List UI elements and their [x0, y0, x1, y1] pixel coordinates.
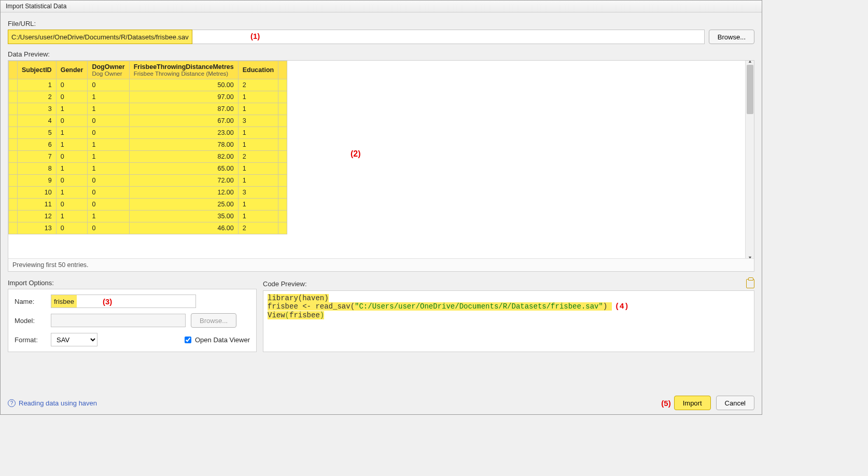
import-button[interactable]: Import: [674, 396, 711, 410]
scroll-down-arrow[interactable]: ▼: [746, 254, 754, 258]
annotation-4: (4): [615, 302, 629, 311]
cell-rightcap: [278, 151, 287, 163]
cell-gender: 1: [56, 211, 88, 222]
datapreview-label: Data Preview:: [8, 50, 754, 58]
col-gender[interactable]: Gender: [56, 61, 88, 79]
scroll-thumb[interactable]: [747, 65, 753, 114]
open-data-viewer-input[interactable]: [185, 337, 191, 343]
cell-rightcap: [278, 211, 287, 222]
col-dogowner[interactable]: DogOwnerDog Owner: [88, 61, 129, 79]
cell-gender: 0: [56, 175, 88, 187]
cell-dogowner: 0: [88, 79, 129, 91]
scroll-up-arrow[interactable]: ▲: [746, 61, 754, 65]
cell-subjectid: 7: [18, 151, 57, 163]
cell-gender: 0: [56, 91, 88, 103]
cell-gender: 1: [56, 139, 88, 151]
cell-dogowner: 0: [88, 222, 129, 234]
model-browse-button[interactable]: Browse...: [191, 313, 236, 328]
cancel-button[interactable]: Cancel: [716, 396, 754, 410]
cell-rightcap: [278, 222, 287, 234]
cell-dogowner: 0: [88, 127, 129, 139]
cell-rightcap: [278, 139, 287, 151]
cell-education: 3: [238, 115, 278, 127]
cell-gender: 1: [56, 163, 88, 175]
help-link[interactable]: ? Reading data using haven: [8, 399, 97, 407]
cell-gender: 0: [56, 151, 88, 163]
cell-dogowner: 1: [88, 211, 129, 222]
cell-subjectid: 13: [18, 222, 57, 234]
cell-frisbee: 65.00: [129, 163, 238, 175]
table-row: 81165.001: [9, 163, 287, 175]
help-link-text: Reading data using haven: [19, 399, 97, 407]
header-leftcap: [9, 61, 18, 79]
cell-frisbee: 50.00: [129, 79, 238, 91]
cell-frisbee: 23.00: [129, 127, 238, 139]
vertical-scrollbar[interactable]: ▲ ▼: [745, 61, 754, 258]
col-subjectid[interactable]: SubjectID: [18, 61, 57, 79]
cell-rightcap: [278, 91, 287, 103]
cell-education: 1: [238, 139, 278, 151]
col-frisbee[interactable]: FrisbeeThrowingDistanceMetresFrisbee Thr…: [129, 61, 238, 79]
cell-gender: 0: [56, 199, 88, 211]
table-row: 51023.001: [9, 127, 287, 139]
fileurl-row: C:/Users/user/OneDrive/Documents/R/Datas…: [8, 30, 754, 44]
code-lines: library(haven) frisbee <- read_sav("C:/U…: [268, 294, 750, 319]
cell-gender: 0: [56, 222, 88, 234]
cell-dogowner: 1: [88, 163, 129, 175]
code-line-1: library(haven): [268, 294, 329, 302]
table-row: 10050.002: [9, 79, 287, 91]
cell-education: 1: [238, 103, 278, 115]
help-icon: ?: [8, 399, 16, 407]
clipboard-icon[interactable]: [746, 279, 754, 288]
col-education[interactable]: Education: [238, 61, 278, 79]
cell-frisbee: 25.00: [129, 199, 238, 211]
name-label: Name:: [15, 298, 46, 305]
cell-rownum: [9, 222, 18, 234]
cell-subjectid: 8: [18, 163, 57, 175]
lower-panels: Import Options: Name: frisbee (3) Model:…: [8, 279, 754, 352]
code-line-2c: ): [603, 302, 607, 311]
cell-gender: 1: [56, 127, 88, 139]
cell-rownum: [9, 151, 18, 163]
cell-education: 1: [238, 127, 278, 139]
cell-subjectid: 3: [18, 103, 57, 115]
open-data-viewer-label: Open Data Viewer: [195, 336, 250, 344]
cell-gender: 0: [56, 115, 88, 127]
cell-rownum: [9, 115, 18, 127]
model-label: Model:: [15, 317, 46, 325]
cell-rownum: [9, 79, 18, 91]
preview-status: Previewing first 50 entries.: [8, 258, 754, 271]
code-preview-box[interactable]: library(haven) frisbee <- read_sav("C:/U…: [263, 290, 754, 352]
cell-rownum: [9, 163, 18, 175]
table-row: 40067.003: [9, 115, 287, 127]
cell-rightcap: [278, 103, 287, 115]
import-options-title: Import Options:: [8, 279, 257, 287]
header-rightcap: [278, 61, 287, 79]
cell-gender: 1: [56, 187, 88, 199]
cell-subjectid: 2: [18, 91, 57, 103]
cell-frisbee: 35.00: [129, 211, 238, 222]
cell-subjectid: 9: [18, 175, 57, 187]
cell-frisbee: 97.00: [129, 91, 238, 103]
format-select[interactable]: SAV: [51, 333, 97, 346]
code-line-2b: "C:/Users/user/OneDrive/Documents/R/Data…: [355, 302, 603, 311]
cell-dogowner: 0: [88, 199, 129, 211]
cell-rownum: [9, 211, 18, 222]
cell-frisbee: 78.00: [129, 139, 238, 151]
annotation-5: (5): [661, 399, 670, 408]
cell-gender: 0: [56, 79, 88, 91]
fileurl-input[interactable]: [8, 30, 705, 44]
cell-frisbee: 82.00: [129, 151, 238, 163]
table-row: 31187.001: [9, 103, 287, 115]
open-data-viewer-checkbox[interactable]: Open Data Viewer: [183, 335, 250, 345]
format-label: Format:: [15, 336, 46, 344]
annotation-2: (2): [351, 149, 361, 159]
cell-rownum: [9, 139, 18, 151]
browse-button[interactable]: Browse...: [709, 30, 754, 44]
cell-subjectid: 10: [18, 187, 57, 199]
cell-rownum: [9, 175, 18, 187]
table-row: 20197.001: [9, 91, 287, 103]
cell-rightcap: [278, 79, 287, 91]
cell-gender: 1: [56, 103, 88, 115]
model-input[interactable]: [51, 314, 186, 327]
